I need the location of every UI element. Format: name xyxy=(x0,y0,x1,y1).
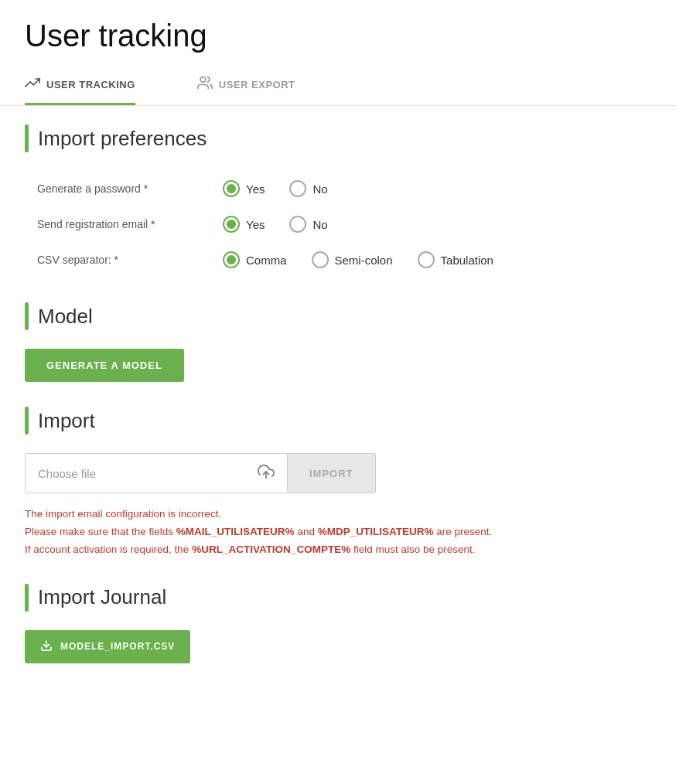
generate-password-yes-label: Yes xyxy=(246,182,265,196)
send-email-yes-label: Yes xyxy=(246,218,265,231)
generate-password-row: Generate a password * Yes No xyxy=(25,171,651,206)
error-field3: %URL_ACTIVATION_COMPTE% xyxy=(192,544,350,555)
import-row: Choose file IMPORT xyxy=(25,453,651,493)
tabulation-label: Tabulation xyxy=(441,254,493,267)
generate-password-no-label: No xyxy=(312,182,327,196)
error-line2: Please make sure that the fields %MAIL_U… xyxy=(25,523,651,541)
error-field1: %MAIL_UTILISATEUR% xyxy=(176,526,295,537)
import-section: Import Choose file IMPORT The import ema… xyxy=(25,407,651,559)
send-email-yes-indicator xyxy=(223,216,240,233)
send-email-options: Yes No xyxy=(223,216,328,233)
people-icon xyxy=(197,75,213,94)
model-section: Model GENERATE A MODEL xyxy=(25,302,651,382)
send-email-no-label: No xyxy=(312,218,327,231)
import-preferences-header: Import preferences xyxy=(25,124,651,152)
import-title: Import xyxy=(38,409,95,433)
import-button[interactable]: IMPORT xyxy=(288,453,376,493)
model-title: Model xyxy=(38,305,93,329)
error-line3: If account activation is required, the %… xyxy=(25,541,651,559)
import-header: Import xyxy=(25,407,651,435)
send-email-yes[interactable]: Yes xyxy=(223,216,265,233)
comma-label: Comma xyxy=(246,254,287,267)
model-header: Model xyxy=(25,302,651,330)
main-content: Import preferences Generate a password *… xyxy=(0,106,676,707)
radio-no-indicator xyxy=(289,180,306,197)
section-bar xyxy=(25,124,29,152)
csv-separator-options: Comma Semi-colon Tabulation xyxy=(223,251,493,268)
import-journal-section: Import Journal MODELE_IMPORT.CSV xyxy=(25,584,651,663)
send-email-label: Send registration email * xyxy=(37,218,192,230)
page-title: User tracking xyxy=(0,0,676,66)
import-preferences-title: Import preferences xyxy=(38,127,207,151)
separator-semicolon[interactable]: Semi-colon xyxy=(312,251,393,268)
separator-comma[interactable]: Comma xyxy=(223,251,287,268)
error-block: The import email configuration is incorr… xyxy=(25,506,651,559)
comma-indicator xyxy=(223,251,240,268)
generate-model-button[interactable]: GENERATE A MODEL xyxy=(25,349,184,382)
error-line2-pre: Please make sure that the fields xyxy=(25,526,176,537)
error-line1: The import email configuration is incorr… xyxy=(25,506,651,523)
tabs-bar: USER TRACKING USER EXPORT xyxy=(0,66,676,106)
tabulation-indicator xyxy=(418,251,435,268)
send-email-no-indicator xyxy=(289,216,306,233)
download-csv-button[interactable]: MODELE_IMPORT.CSV xyxy=(25,630,190,663)
import-section-bar xyxy=(25,407,29,435)
error-line3-pre: If account activation is required, the xyxy=(25,544,192,555)
trending-up-icon xyxy=(25,75,40,94)
download-icon xyxy=(40,639,53,654)
send-email-row: Send registration email * Yes No xyxy=(25,206,651,242)
semicolon-indicator xyxy=(312,251,329,268)
radio-yes-indicator xyxy=(223,180,240,197)
upload-icon xyxy=(258,463,275,484)
import-journal-title: Import Journal xyxy=(38,585,166,609)
file-input-placeholder: Choose file xyxy=(38,467,96,480)
download-csv-label: MODELE_IMPORT.CSV xyxy=(60,641,175,652)
model-section-bar xyxy=(25,302,29,330)
tab-user-export-label: USER EXPORT xyxy=(219,79,295,90)
error-field2: %MDP_UTILISATEUR% xyxy=(318,526,434,537)
generate-password-yes[interactable]: Yes xyxy=(223,180,265,197)
import-journal-section-bar xyxy=(25,584,29,612)
error-line3-suf: field must also be present. xyxy=(350,544,475,555)
tab-user-export[interactable]: USER EXPORT xyxy=(197,66,295,105)
import-preferences-section: Import preferences Generate a password *… xyxy=(25,124,651,278)
separator-tabulation[interactable]: Tabulation xyxy=(418,251,493,268)
generate-password-options: Yes No xyxy=(223,180,328,197)
send-email-no[interactable]: No xyxy=(289,216,327,233)
semicolon-label: Semi-colon xyxy=(335,254,393,267)
svg-point-0 xyxy=(200,77,206,83)
file-input-box[interactable]: Choose file xyxy=(25,453,288,493)
error-line2-mid: and xyxy=(295,526,318,537)
tab-user-tracking[interactable]: USER TRACKING xyxy=(25,66,135,105)
generate-password-no[interactable]: No xyxy=(289,180,327,197)
csv-separator-label: CSV separator: * xyxy=(37,254,192,266)
generate-password-label: Generate a password * xyxy=(37,182,192,195)
error-line2-suf: are present. xyxy=(433,526,492,537)
csv-separator-row: CSV separator: * Comma Semi-colon Tabula… xyxy=(25,242,651,278)
tab-user-tracking-label: USER TRACKING xyxy=(46,79,135,90)
import-journal-header: Import Journal xyxy=(25,584,651,612)
